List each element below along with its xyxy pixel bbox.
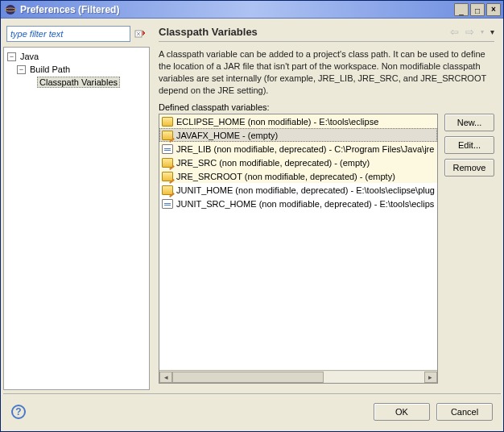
edit-button[interactable]: Edit... (444, 136, 494, 154)
tree-item-build-path[interactable]: − Build Path (15, 63, 147, 76)
list-item[interactable]: JUNIT_HOME (non modifiable, deprecated) … (159, 183, 437, 197)
list-item-label: JRE_SRC (non modifiable, deprecated) - (… (176, 158, 370, 168)
page-title: Classpath Variables (159, 26, 444, 38)
tree-label: Java (18, 51, 41, 62)
folder-icon (162, 117, 173, 127)
section-divider (159, 41, 494, 42)
scrollbar-track[interactable] (172, 372, 424, 383)
close-button[interactable]: × (486, 3, 501, 16)
forward-icon[interactable]: ⇨ (465, 26, 474, 38)
remove-button[interactable]: Remove (444, 159, 494, 177)
folder-edit-icon (162, 131, 173, 140)
list-item[interactable]: JRE_LIB (non modifiable, deprecated) - C… (159, 142, 437, 156)
horizontal-scrollbar[interactable]: ◂ ▸ (159, 370, 437, 383)
folder-edit-icon (162, 185, 173, 195)
scrollbar-thumb[interactable] (172, 372, 324, 383)
filter-input[interactable] (6, 26, 130, 42)
jar-icon (162, 199, 173, 209)
clear-filter-icon[interactable] (134, 27, 147, 40)
scroll-left-icon[interactable]: ◂ (159, 372, 172, 383)
defined-variables-label: Defined classpath variables: (152, 102, 501, 114)
eclipse-icon (4, 3, 17, 16)
window-titlebar[interactable]: Preferences (Filtered) _ □ × (1, 1, 503, 19)
folder-edit-icon (162, 158, 173, 168)
list-item[interactable]: JAVAFX_HOME - (empty) (159, 128, 437, 142)
forward-dropdown-icon[interactable]: ▾ (481, 28, 484, 35)
list-item[interactable]: JUNIT_SRC_HOME (non modifiable, deprecat… (159, 197, 437, 210)
cancel-button[interactable]: Cancel (436, 403, 493, 421)
jar-icon (162, 144, 173, 154)
preferences-tree[interactable]: − Java − Build Path Classpath Variables (3, 47, 150, 390)
ok-button[interactable]: OK (374, 403, 430, 421)
scroll-right-icon[interactable]: ▸ (424, 372, 437, 383)
list-item-label: JUNIT_HOME (non modifiable, deprecated) … (176, 185, 435, 195)
collapse-icon[interactable]: − (17, 65, 26, 74)
list-item-label: JRE_SRCROOT (non modifiable, deprecated)… (176, 172, 395, 181)
folder-edit-icon (162, 172, 173, 181)
window-title: Preferences (Filtered) (20, 4, 454, 15)
back-icon[interactable]: ⇦ (450, 26, 459, 38)
section-description: A classpath variable can be added to a p… (152, 48, 501, 102)
tree-label: Build Path (27, 64, 72, 75)
list-item-label: JRE_LIB (non modifiable, deprecated) - C… (176, 144, 434, 154)
tree-item-classpath-variables[interactable]: Classpath Variables (25, 76, 147, 89)
collapse-icon[interactable]: − (7, 52, 16, 61)
tree-label: Classpath Variables (37, 77, 120, 88)
list-item[interactable]: JRE_SRCROOT (non modifiable, deprecated)… (159, 169, 437, 183)
list-item-label: ECLIPSE_HOME (non modifiable) - E:\tools… (176, 117, 378, 127)
tree-item-java[interactable]: − Java (6, 50, 147, 63)
list-item[interactable]: ECLIPSE_HOME (non modifiable) - E:\tools… (159, 114, 437, 128)
list-item[interactable]: JRE_SRC (non modifiable, deprecated) - (… (159, 156, 437, 169)
svg-point-0 (6, 5, 15, 15)
classpath-variables-list[interactable]: ECLIPSE_HOME (non modifiable) - E:\tools… (159, 114, 437, 370)
view-menu-icon[interactable]: ▾ (490, 27, 494, 36)
list-item-label: JAVAFX_HOME - (empty) (176, 131, 278, 140)
list-item-label: JUNIT_SRC_HOME (non modifiable, deprecat… (176, 199, 434, 209)
help-icon[interactable]: ? (11, 405, 26, 419)
minimize-button[interactable]: _ (454, 3, 469, 16)
new-button[interactable]: New... (444, 114, 494, 131)
maximize-button[interactable]: □ (470, 3, 485, 16)
